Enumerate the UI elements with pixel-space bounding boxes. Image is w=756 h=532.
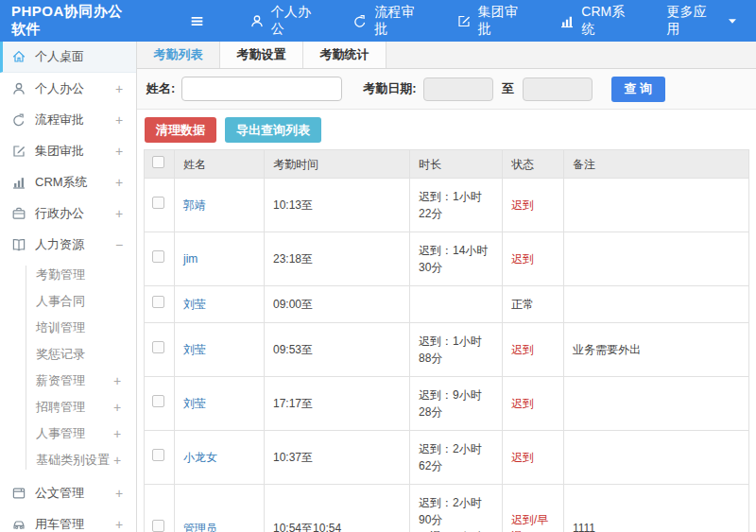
status-cell: 迟到	[503, 431, 564, 485]
sidebar-item-label: 行政办公	[35, 205, 113, 222]
attendance-table: 姓名考勤时间时长状态备注 郭靖10:13至迟到：1小时22分迟到jim23:18…	[144, 149, 749, 532]
sidebar-subitem-label: 培训管理	[36, 319, 112, 336]
sidebar-item-4[interactable]: CRM系统+	[0, 166, 136, 197]
tab-0[interactable]: 考勤列表	[137, 42, 220, 68]
row-checkbox-cell	[145, 431, 175, 485]
sidebar-item-label: 集团审批	[35, 143, 113, 160]
checkbox-icon[interactable]	[152, 197, 164, 209]
sidebar-item-7[interactable]: 公文管理+	[0, 477, 136, 508]
expand-toggle-icon: +	[112, 426, 123, 441]
time-cell: 10:37至	[265, 431, 410, 485]
duration-line: 迟到：1小时22分	[419, 188, 493, 222]
status-badge: 迟到	[511, 252, 534, 266]
name-cell: jim	[175, 232, 265, 286]
query-button[interactable]: 查 询	[611, 77, 665, 102]
action-toolbar: 清理数据 导出查询列表	[137, 110, 756, 149]
employee-name-link[interactable]: 管理员	[183, 522, 217, 532]
sidebar-item-8[interactable]: 用车管理+	[0, 508, 136, 532]
sidebar-subitem-1[interactable]: 人事合同	[0, 288, 136, 315]
employee-name-link[interactable]: 郭靖	[183, 198, 206, 212]
time-cell: 09:53至	[265, 323, 410, 377]
name-search-input[interactable]	[181, 77, 342, 101]
sidebar-subitem-2[interactable]: 培训管理	[0, 315, 136, 341]
duration-line: 迟到：9小时28分	[419, 386, 493, 420]
table-row-3: 刘莹09:53至迟到：1小时88分迟到业务需要外出	[145, 323, 749, 377]
column-header: 备注	[564, 150, 749, 179]
search-bar: 姓名: 考勤日期: 至 查 询	[137, 69, 756, 110]
duration-line: 迟到：14小时30分	[419, 242, 493, 276]
sidebar-item-5[interactable]: 行政办公+	[0, 197, 136, 229]
status-badge: 迟到	[511, 397, 534, 410]
flow-approval-icon	[352, 13, 368, 29]
expand-toggle-icon: +	[113, 486, 125, 501]
employee-name-link[interactable]: 刘莹	[183, 343, 206, 356]
topnav-item-0[interactable]: 个人办公	[249, 4, 321, 38]
select-all-checkbox[interactable]	[145, 150, 175, 179]
table-row-4: 刘莹17:17至迟到：9小时28分迟到	[145, 377, 749, 431]
topnav-item-3[interactable]: CRM系统	[559, 4, 634, 38]
bar-chart-icon	[559, 13, 575, 29]
duration-cell: 迟到：9小时28分	[410, 377, 503, 431]
sidebar-subitem-3[interactable]: 奖惩记录	[0, 341, 136, 368]
sidebar-subitem-5[interactable]: 招聘管理+	[0, 394, 136, 420]
employee-name-link[interactable]: 小龙女	[183, 451, 217, 464]
date-to-input[interactable]	[523, 77, 593, 101]
status-cell: 迟到	[503, 323, 564, 377]
topnav-item-label: 流程审批	[374, 4, 424, 38]
expand-toggle-icon: +	[113, 517, 125, 532]
tab-bar: 考勤列表考勤设置考勤统计	[137, 42, 756, 69]
topnav-item-label: 集团审批	[478, 4, 528, 38]
sidebar-item-6[interactable]: 人力资源−	[0, 229, 136, 260]
checkbox-icon[interactable]	[152, 395, 164, 407]
employee-name-link[interactable]: jim	[183, 252, 198, 266]
row-checkbox-cell	[145, 179, 175, 232]
duration-cell: 迟到：1小时88分	[410, 323, 503, 377]
sidebar-item-1[interactable]: 个人办公+	[0, 73, 136, 104]
sidebar-item-0[interactable]: 个人桌面	[0, 42, 136, 73]
topnav-item-1[interactable]: 流程审批	[352, 4, 424, 38]
tab-1[interactable]: 考勤设置	[220, 42, 303, 68]
user-icon	[249, 13, 265, 29]
duration-line: 迟到：2小时62分	[419, 440, 493, 474]
expand-toggle-icon: +	[113, 144, 125, 159]
checkbox-icon[interactable]	[152, 341, 164, 353]
sidebar-subitem-label: 人事合同	[36, 293, 112, 310]
date-from-input[interactable]	[423, 77, 493, 101]
hamburger-menu-icon	[189, 13, 205, 29]
checkbox-icon[interactable]	[152, 296, 164, 308]
tab-2[interactable]: 考勤统计	[303, 42, 387, 68]
clean-data-button[interactable]: 清理数据	[145, 117, 216, 143]
duration-cell: 迟到：2小时62分	[410, 431, 503, 485]
sidebar-item-label: 公文管理	[35, 485, 113, 502]
checkbox-icon[interactable]	[152, 520, 164, 532]
sidebar-subitem-label: 薪资管理	[36, 372, 112, 389]
table-row-6: 管理员10:54至10:54迟到：2小时90分早退：7小时10分迟到/早退111…	[145, 485, 749, 532]
sidebar-sublist: 考勤管理人事合同培训管理奖惩记录薪资管理+招聘管理+人事管理+基础类别设置+	[0, 260, 136, 477]
table-row-5: 小龙女10:37至迟到：2小时62分迟到	[145, 431, 749, 485]
duration-line: 迟到：2小时90分	[419, 494, 493, 528]
row-checkbox-cell	[145, 232, 175, 286]
sidebar-subitem-6[interactable]: 人事管理+	[0, 420, 136, 447]
employee-name-link[interactable]: 刘莹	[183, 397, 206, 410]
car-icon	[11, 517, 26, 532]
document-icon	[11, 486, 26, 501]
topnav-item-4[interactable]: 更多应用	[667, 4, 740, 38]
flow-approval-icon	[11, 112, 26, 128]
export-list-button[interactable]: 导出查询列表	[225, 117, 321, 143]
sidebar-subitem-7[interactable]: 基础类别设置+	[0, 447, 136, 473]
table-body: 郭靖10:13至迟到：1小时22分迟到jim23:18至迟到：14小时30分迟到…	[145, 179, 749, 532]
hamburger-menu-icon[interactable]	[185, 9, 209, 33]
sidebar-item-2[interactable]: 流程审批+	[0, 104, 136, 135]
duration-line: 早退：7小时10分	[419, 528, 493, 532]
status-badge: 迟到	[511, 198, 534, 212]
checkbox-icon[interactable]	[152, 250, 164, 263]
topnav-item-2[interactable]: 集团审批	[456, 4, 528, 38]
sidebar-subitem-0[interactable]: 考勤管理	[0, 262, 136, 288]
employee-name-link[interactable]: 刘莹	[183, 298, 206, 311]
sidebar-item-3[interactable]: 集团审批+	[0, 135, 136, 166]
topnav-item-label: 个人办公	[271, 4, 321, 38]
checkbox-icon[interactable]	[152, 156, 164, 168]
duration-line: 迟到：1小时88分	[419, 333, 493, 367]
checkbox-icon[interactable]	[152, 449, 164, 461]
sidebar-subitem-4[interactable]: 薪资管理+	[0, 368, 136, 394]
